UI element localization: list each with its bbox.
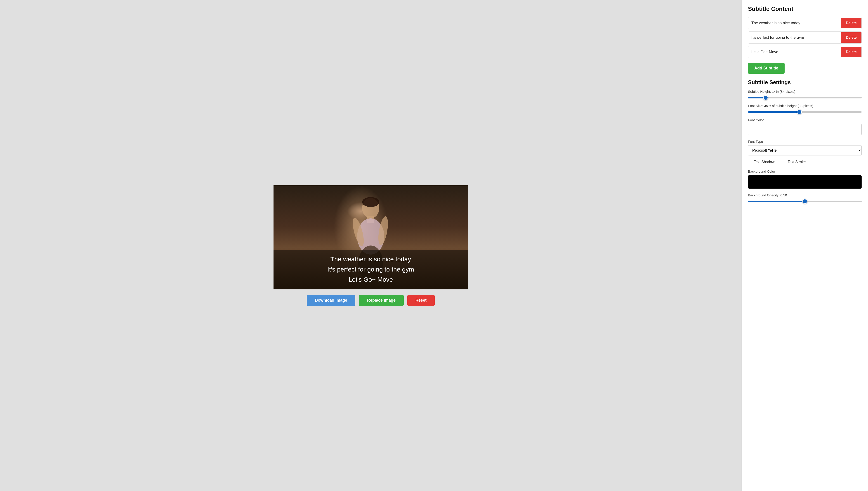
delete-button-2[interactable]: Delete	[841, 32, 862, 43]
font-type-select[interactable]: Microsoft YaHei Arial Times New Roman Co…	[748, 145, 862, 155]
bg-opacity-label: Background Opacity: 0.50	[748, 193, 862, 197]
action-buttons: Download Image Replace Image Reset	[274, 295, 468, 306]
content-title: Subtitle Content	[748, 5, 862, 12]
subtitle-row-2: Delete	[748, 31, 862, 44]
font-size-label: Font Size: 45% of subtitle height (38 pi…	[748, 104, 862, 108]
main-image: The weather is so nice today It's perfec…	[274, 185, 468, 289]
delete-button-3[interactable]: Delete	[841, 47, 862, 57]
download-image-button[interactable]: Download Image	[307, 295, 355, 306]
svg-point-1	[362, 197, 379, 207]
subtitle-line-3: Let's Go~ Move	[276, 275, 466, 285]
subtitle-line-1: The weather is so nice today	[276, 254, 466, 264]
reset-button[interactable]: Reset	[407, 295, 435, 306]
font-type-label: Font Type	[748, 140, 862, 143]
font-type-section: Font Type Microsoft YaHei Arial Times Ne…	[748, 140, 862, 155]
left-panel: The weather is so nice today It's perfec…	[0, 0, 741, 491]
subtitle-row-1: Delete	[748, 17, 862, 29]
subtitle-line-2: It's perfect for going to the gym	[276, 264, 466, 275]
text-shadow-label: Text Shadow	[754, 160, 775, 164]
bg-opacity-slider[interactable]	[748, 201, 862, 202]
font-size-setting: Font Size: 45% of subtitle height (38 pi…	[748, 104, 862, 114]
text-stroke-label: Text Stroke	[788, 160, 806, 164]
replace-image-button[interactable]: Replace Image	[359, 295, 404, 306]
bg-opacity-section: Background Opacity: 0.50	[748, 193, 862, 203]
bg-color-section: Background Color	[748, 170, 862, 189]
image-container: The weather is so nice today It's perfec…	[274, 185, 468, 306]
checkbox-row: Text Shadow Text Stroke	[748, 160, 862, 164]
font-color-label: Font Color	[748, 118, 862, 122]
settings-title: Subtitle Settings	[748, 79, 862, 86]
text-shadow-checkbox[interactable]	[748, 160, 752, 164]
height-label: Subtitle Height: 14% (84 pixels)	[748, 90, 862, 93]
subtitle-overlay: The weather is so nice today It's perfec…	[274, 250, 468, 289]
subtitle-row-3: Delete	[748, 46, 862, 58]
text-shadow-checkbox-label[interactable]: Text Shadow	[748, 160, 775, 164]
delete-button-1[interactable]: Delete	[841, 18, 862, 28]
font-color-input[interactable]	[748, 124, 862, 135]
text-stroke-checkbox[interactable]	[782, 160, 786, 164]
bg-color-input[interactable]	[748, 175, 862, 189]
subtitle-input-2[interactable]	[748, 32, 841, 44]
subtitle-rows: Delete Delete Delete	[748, 17, 862, 58]
height-setting: Subtitle Height: 14% (84 pixels)	[748, 90, 862, 99]
subtitle-input-1[interactable]	[748, 17, 841, 29]
height-slider[interactable]	[748, 97, 862, 98]
subtitle-input-3[interactable]	[748, 46, 841, 58]
bg-color-label: Background Color	[748, 170, 862, 173]
add-subtitle-button[interactable]: Add Subtitle	[748, 63, 784, 74]
right-panel: Subtitle Content Delete Delete Delete Ad…	[741, 0, 868, 491]
font-color-section: Font Color	[748, 118, 862, 135]
text-stroke-checkbox-label[interactable]: Text Stroke	[782, 160, 806, 164]
font-size-slider[interactable]	[748, 111, 862, 113]
